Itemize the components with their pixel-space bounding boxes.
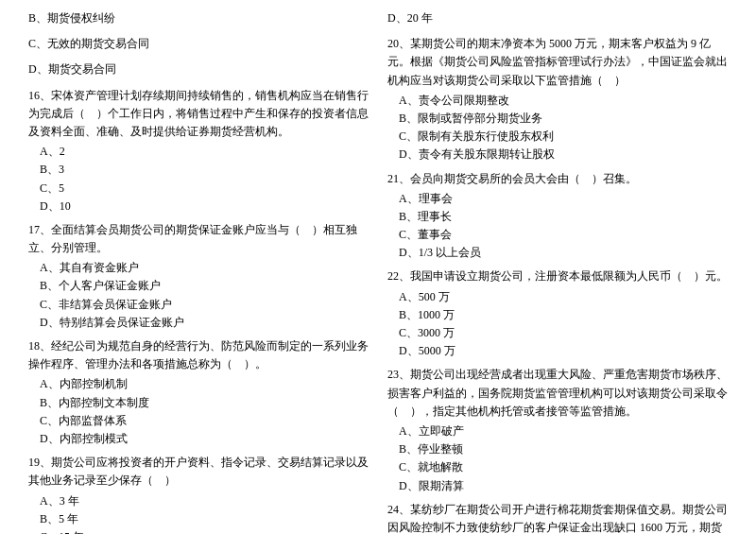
q23-option-a: A、立即破产 xyxy=(387,422,728,440)
q23-option-d: D、限期清算 xyxy=(387,477,728,495)
q17-option-d: D、特别结算会员保证金账户 xyxy=(28,314,369,332)
right-column: D、20 年 20、某期货公司的期末净资本为 5000 万元，期末客户权益为 9… xyxy=(387,9,728,534)
q17-option-b: B、个人客户保证金账户 xyxy=(28,277,369,295)
q21-option-d: D、1/3 以上会员 xyxy=(387,244,728,262)
question-19-text: 19、期货公司应将投资者的开户资料、指令记录、交易结算记录以及其他业务记录至少保… xyxy=(28,454,369,490)
q20-option-b: B、限制或暂停部分期货业务 xyxy=(387,110,728,128)
q18-option-d: D、内部控制模式 xyxy=(28,430,369,448)
q23-option-b: B、停业整顿 xyxy=(387,440,728,458)
question-18: 18、经纪公司为规范自身的经营行为、防范风险而制定的一系列业务操作程序、管理办法… xyxy=(28,337,369,448)
q19-option-b: B、5 年 xyxy=(28,510,369,528)
question-18-text: 18、经纪公司为规范自身的经营行为、防范风险而制定的一系列业务操作程序、管理办法… xyxy=(28,337,369,373)
question-21: 21、会员向期货交易所的会员大会由（ ）召集。 A、理事会 B、理事长 C、董事… xyxy=(387,170,728,263)
question-16-text: 16、宋体资产管理计划存续期间持续销售的，销售机构应当在销售行为完成后（ ）个工… xyxy=(28,87,369,142)
question-19: 19、期货公司应将投资者的开户资料、指令记录、交易结算记录以及其他业务记录至少保… xyxy=(28,454,369,534)
question-23: 23、期货公司出现经营成者出现重大风险、严重危害期货市场秩序、损害客户利益的，国… xyxy=(387,366,728,494)
option-b1-text: B、期货侵权纠纷 xyxy=(28,9,369,27)
question-21-text: 21、会员向期货交易所的会员大会由（ ）召集。 xyxy=(387,170,728,188)
q20-option-c: C、限制有关股东行使股东权利 xyxy=(387,128,728,146)
q19-option-a: A、3 年 xyxy=(28,492,369,510)
question-17-text: 17、全面结算会员期货公司的期货保证金账户应当与（ ）相互独立、分别管理。 xyxy=(28,221,369,257)
question-22: 22、我国申请设立期货公司，注册资本最低限额为人民币（ ）元。 A、500 万 … xyxy=(387,267,728,360)
q22-option-c: C、3000 万 xyxy=(387,324,728,342)
left-column: B、期货侵权纠纷 C、无效的期货交易合同 D、期货交易合同 16、宋体资产管理计… xyxy=(28,9,369,534)
q21-option-a: A、理事会 xyxy=(387,190,728,208)
question-22-text: 22、我国申请设立期货公司，注册资本最低限额为人民币（ ）元。 xyxy=(387,267,728,285)
question-16: 16、宋体资产管理计划存续期间持续销售的，销售机构应当在销售行为完成后（ ）个工… xyxy=(28,87,369,215)
q18-option-b: B、内部控制文本制度 xyxy=(28,394,369,412)
q22-option-b: B、1000 万 xyxy=(387,306,728,324)
question-24-text: 24、某纺纱厂在期货公司开户进行棉花期货套期保值交易。期货公司因风险控制不力致使… xyxy=(387,501,728,534)
q16-option-c: C、5 xyxy=(28,180,369,198)
q23-option-c: C、就地解散 xyxy=(387,458,728,476)
q19-option-c: C、15 年 xyxy=(28,528,369,534)
question-20: 20、某期货公司的期末净资本为 5000 万元，期末客户权益为 9 亿元。根据《… xyxy=(387,35,728,164)
option-d1-text: D、期货交易合同 xyxy=(28,60,369,78)
question-23-text: 23、期货公司出现经营成者出现重大风险、严重危害期货市场秩序、损害客户利益的，国… xyxy=(387,366,728,421)
q22-option-a: A、500 万 xyxy=(387,288,728,306)
question-20-text: 20、某期货公司的期末净资本为 5000 万元，期末客户权益为 9 亿元。根据《… xyxy=(387,35,728,90)
page-content: B、期货侵权纠纷 C、无效的期货交易合同 D、期货交易合同 16、宋体资产管理计… xyxy=(28,9,728,534)
option-d-right: D、20 年 xyxy=(387,9,728,29)
option-d1: D、期货交易合同 xyxy=(28,60,369,80)
q17-option-a: A、其自有资金账户 xyxy=(28,259,369,277)
question-17: 17、全面结算会员期货公司的期货保证金账户应当与（ ）相互独立、分别管理。 A、… xyxy=(28,221,369,332)
q21-option-b: B、理事长 xyxy=(387,208,728,226)
q18-option-c: C、内部监督体系 xyxy=(28,412,369,430)
option-c1: C、无效的期货交易合同 xyxy=(28,35,369,55)
question-24: 24、某纺纱厂在期货公司开户进行棉花期货套期保值交易。期货公司因风险控制不力致使… xyxy=(387,501,728,534)
q16-option-a: A、2 xyxy=(28,143,369,161)
q22-option-d: D、5000 万 xyxy=(387,342,728,360)
q17-option-c: C、非结算会员保证金账户 xyxy=(28,296,369,314)
option-b1: B、期货侵权纠纷 xyxy=(28,9,369,29)
q20-option-d: D、责令有关股东限期转让股权 xyxy=(387,146,728,164)
option-c1-text: C、无效的期货交易合同 xyxy=(28,35,369,53)
q20-option-a: A、责令公司限期整改 xyxy=(387,92,728,110)
q16-option-d: D、10 xyxy=(28,198,369,215)
option-d-right-text: D、20 年 xyxy=(387,9,728,27)
q16-option-b: B、3 xyxy=(28,161,369,179)
q18-option-a: A、内部控制机制 xyxy=(28,375,369,393)
q21-option-c: C、董事会 xyxy=(387,226,728,244)
